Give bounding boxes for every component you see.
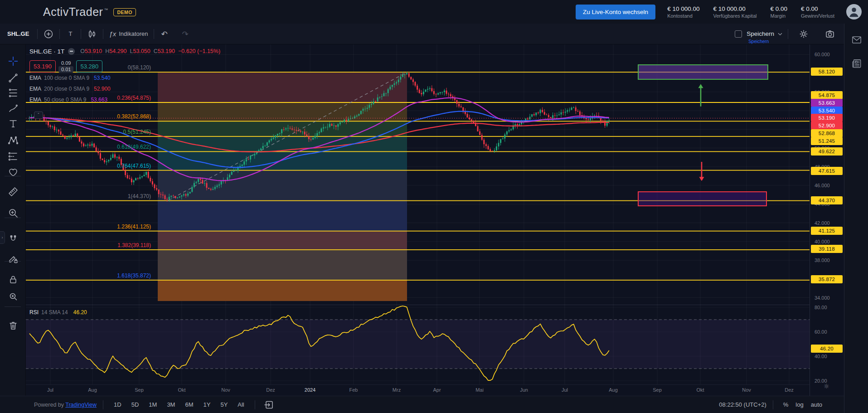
log-scale-button[interactable]: log <box>792 399 807 410</box>
tool-trend-line[interactable] <box>6 71 20 85</box>
price-badge-51.245: 51.245 <box>811 137 843 145</box>
chart-type-button[interactable] <box>83 25 101 43</box>
divider <box>59 29 60 39</box>
legend-symbol-title[interactable]: SHL.GE · 1T <box>29 48 64 55</box>
tool-forecast[interactable] <box>6 150 20 163</box>
tool-crosshair[interactable] <box>6 54 20 68</box>
stat-label: Gewinn/Verlust <box>801 13 834 19</box>
save-layout-checkbox[interactable] <box>735 30 742 38</box>
axis-settings-icon[interactable]: ☼ <box>824 383 829 390</box>
rsi-value: 46.20 <box>73 309 87 316</box>
divider <box>773 400 773 409</box>
rsi-tick: 20.00 <box>810 378 844 384</box>
account-stat: € 0.00Margin <box>770 5 787 19</box>
trademark: ™ <box>104 8 108 12</box>
tool-lock-drawings[interactable] <box>6 273 20 287</box>
time-label-feb: Feb <box>349 387 358 393</box>
stat-value: € 0.00 <box>801 5 834 12</box>
save-menu[interactable]: Speichern Speichern <box>747 30 783 37</box>
text-icon <box>8 118 19 129</box>
timeframe-5d[interactable]: 5D <box>127 399 143 410</box>
chart-region[interactable]: JulAugSepOktNovDez2024FebMrzAprMaiJunJul… <box>26 44 810 396</box>
candlestick-icon <box>87 29 97 39</box>
timeframe-all[interactable]: All <box>233 399 248 410</box>
timeframe-5y[interactable]: 5Y <box>216 399 232 410</box>
timeframe-1d[interactable]: 1D <box>110 399 126 410</box>
tool-drawing-lock[interactable] <box>6 252 20 266</box>
snapshot-button[interactable] <box>821 25 839 43</box>
time-axis[interactable]: JulAugSepOktNovDez2024FebMrzAprMaiJunJul… <box>26 384 810 396</box>
indicators-button[interactable]: ƒx Indikatoren <box>105 25 151 43</box>
price-tick: 38.000 <box>810 258 844 263</box>
tool-brush[interactable] <box>6 102 20 116</box>
tool-fib-retracement[interactable] <box>6 86 20 100</box>
tool-ruler[interactable] <box>6 185 20 199</box>
divider <box>5 261 21 262</box>
chart-settings-button[interactable] <box>795 25 813 43</box>
drawing-arrow-up[interactable] <box>698 84 703 107</box>
gear-icon <box>798 29 809 39</box>
account-stat: € 10 000.00Verfügbares Kapital <box>713 5 756 19</box>
interval-button[interactable]: T <box>62 25 79 43</box>
forecast-icon <box>8 151 19 162</box>
symbol-button[interactable]: SHL.GE <box>7 30 29 37</box>
tool-magnet[interactable] <box>6 233 20 246</box>
goto-date-icon <box>263 399 274 410</box>
time-label-sep: Sep <box>653 387 662 393</box>
timeframe-3m[interactable]: 3M <box>163 399 179 410</box>
time-label-jul: Jul <box>47 387 53 393</box>
collapse-arrow-button[interactable]: ˆ <box>34 112 43 119</box>
timeframe-1m[interactable]: 1M <box>145 399 161 410</box>
ohlc-item: H54.290 <box>105 48 126 54</box>
activtrader-app: ActivTrader ™ DEMO Zu Live-Konto wechsel… <box>0 0 868 413</box>
rsi-pane[interactable] <box>26 305 810 384</box>
divider <box>103 400 103 409</box>
ema-name: EMA <box>29 86 41 92</box>
auto-scale-button[interactable]: auto <box>807 399 826 410</box>
powered-by: Powered by TradingView <box>34 402 97 408</box>
ema-200-legend[interactable]: EMA 200 close 0 SMA 9 52.900 <box>29 83 220 94</box>
switch-to-live-button[interactable]: Zu Live-Konto wechseln <box>576 5 655 19</box>
clock[interactable]: 08:22:50 (UTC+2) <box>719 401 766 408</box>
rsi-legend[interactable]: RSI 14 SMA 14 46.20 <box>29 309 87 316</box>
tool-heart[interactable] <box>6 165 20 179</box>
compare-add-button[interactable] <box>39 25 58 43</box>
timeframe-6m[interactable]: 6M <box>181 399 197 410</box>
ruler-icon <box>8 186 19 197</box>
time-label-mai: Mai <box>475 387 484 393</box>
tool-text[interactable] <box>6 117 20 131</box>
rsi-name: RSI <box>29 309 39 316</box>
tool-remove-drawings[interactable] <box>6 319 20 332</box>
news-button[interactable] <box>850 57 863 70</box>
messages-button[interactable] <box>850 34 863 46</box>
object-tree-expand-tab[interactable]: › <box>0 231 5 244</box>
avatar[interactable] <box>846 4 862 19</box>
tradingview-link[interactable]: TradingView <box>65 402 97 408</box>
percent-scale-button[interactable]: % <box>780 399 792 410</box>
tool-hide-marks[interactable] <box>6 290 20 304</box>
drawing-rectangle-1[interactable] <box>638 65 768 79</box>
ema-params: 200 close 0 SMA 9 <box>44 86 89 92</box>
account-stat: € 10 000.00Kontostand <box>667 5 699 19</box>
drawing-toolbar <box>0 44 26 413</box>
drawing-rectangle-2[interactable] <box>638 192 766 206</box>
app-logo: ActivTrader <box>43 5 103 19</box>
tool-xabcd-pattern[interactable] <box>6 134 20 147</box>
price-badge-53.663: 53.663 <box>811 99 843 107</box>
toolbar-left: SHL.GE T ƒx Indikatoren ↶ ↷ <box>0 24 196 44</box>
ema-50-legend[interactable]: EMA 50 close 0 SMA 9 53.663 <box>29 94 220 105</box>
market-closed-icon <box>68 48 75 55</box>
price-axis[interactable]: ☼ 60.00058.00056.00054.00052.00050.00048… <box>810 44 844 396</box>
timeframe-1y[interactable]: 1Y <box>199 399 215 410</box>
divider <box>103 29 103 39</box>
powered-by-text: Powered by <box>34 402 64 408</box>
buy-button[interactable]: 53.280 <box>76 60 102 73</box>
undo-button[interactable]: ↶ <box>156 25 173 43</box>
ema-100-legend[interactable]: EMA 100 close 0 SMA 9 53.540 <box>29 73 220 83</box>
sell-button[interactable]: 53.190 <box>29 60 56 73</box>
brand: ActivTrader ™ DEMO <box>43 5 136 19</box>
redo-button[interactable]: ↷ <box>177 25 194 43</box>
price-badge-52.900: 52.900 <box>811 121 843 130</box>
goto-date-button[interactable] <box>262 398 276 411</box>
drawing-arrow-down[interactable] <box>699 162 704 181</box>
